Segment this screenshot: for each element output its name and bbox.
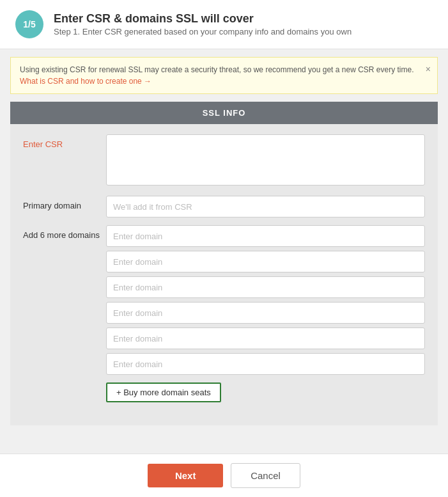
bottom-bar: Next Cancel bbox=[0, 454, 448, 497]
ssl-info-header: SSL INFO bbox=[10, 102, 438, 124]
primary-domain-input-area bbox=[106, 196, 425, 217]
page-title: Enter CSR & domains SSL will cover bbox=[54, 12, 351, 26]
domain-inputs-area bbox=[106, 225, 425, 375]
domain-input-6[interactable] bbox=[106, 353, 425, 375]
step-badge: 1/5 bbox=[15, 10, 43, 38]
csr-label: Enter CSR bbox=[23, 134, 106, 149]
page-header: 1/5 Enter CSR & domains SSL will cover S… bbox=[0, 0, 448, 49]
primary-domain-label: Primary domain bbox=[23, 196, 106, 210]
primary-domain-row: Primary domain bbox=[23, 196, 425, 217]
csr-row: Enter CSR bbox=[23, 134, 425, 188]
domain-input-3[interactable] bbox=[106, 276, 425, 298]
csr-help-link[interactable]: What is CSR and how to create one → bbox=[20, 77, 151, 86]
warning-text: Using existing CSR for renewal SSL may c… bbox=[20, 65, 413, 74]
buy-more-row: + Buy more domain seats bbox=[23, 383, 425, 402]
buy-more-domain-seats-button[interactable]: + Buy more domain seats bbox=[106, 383, 221, 402]
add-domains-row: Add 6 more domains bbox=[23, 225, 425, 375]
domain-input-5[interactable] bbox=[106, 327, 425, 349]
header-text: Enter CSR & domains SSL will cover Step … bbox=[54, 12, 351, 36]
warning-banner: Using existing CSR for renewal SSL may c… bbox=[10, 57, 438, 94]
ssl-info-panel: SSL INFO Enter CSR Primary domain Add 6 … bbox=[10, 102, 438, 425]
domain-input-2[interactable] bbox=[106, 251, 425, 272]
close-icon[interactable]: × bbox=[426, 63, 431, 76]
form-section: Enter CSR Primary domain Add 6 more doma… bbox=[10, 124, 438, 415]
next-button[interactable]: Next bbox=[148, 464, 223, 487]
buy-more-btn-wrap: + Buy more domain seats bbox=[106, 383, 425, 402]
primary-domain-input[interactable] bbox=[106, 196, 425, 217]
domain-input-1[interactable] bbox=[106, 225, 425, 247]
csr-textarea[interactable] bbox=[106, 134, 425, 185]
add-domains-label: Add 6 more domains bbox=[23, 225, 106, 240]
csr-input-area bbox=[106, 134, 425, 188]
domain-input-4[interactable] bbox=[106, 302, 425, 324]
cancel-button[interactable]: Cancel bbox=[231, 463, 300, 488]
page-subtitle: Step 1. Enter CSR generated based on you… bbox=[54, 27, 351, 36]
